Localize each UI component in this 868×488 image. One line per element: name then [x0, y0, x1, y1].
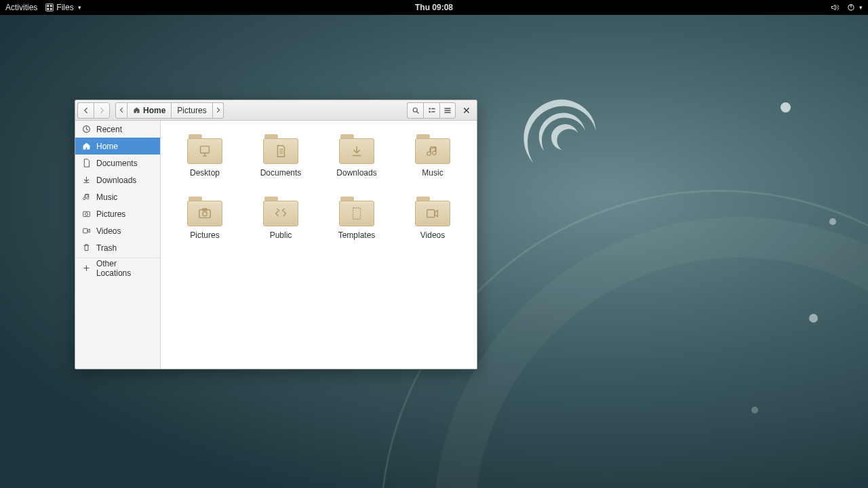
svg-rect-25 [427, 210, 435, 218]
forward-button[interactable] [94, 102, 110, 119]
sidebar-item-music[interactable]: Music [75, 188, 160, 205]
svg-rect-17 [83, 211, 90, 216]
sidebar-item-label: Pictures [96, 209, 125, 219]
clock[interactable]: Thu 09:08 [415, 3, 453, 12]
video-icon [82, 226, 91, 235]
folder-label: Downloads [336, 168, 376, 178]
sidebar-item-label: Music [96, 192, 117, 202]
sidebar-item-other-locations[interactable]: Other Locations [75, 260, 160, 277]
folder-icon [186, 195, 224, 228]
activities-button[interactable]: Activities [5, 3, 37, 12]
folder-music[interactable]: Music [397, 130, 469, 180]
app-menu-button[interactable]: Files ▾ [45, 3, 81, 12]
home-icon [82, 142, 91, 150]
folder-pictures[interactable]: Pictures [169, 192, 241, 243]
sidebar-item-documents[interactable]: Documents [75, 155, 160, 171]
top-panel: Activities Files ▾ Thu 09:08 ▾ [0, 0, 868, 15]
svg-rect-21 [199, 210, 211, 218]
folder-icon [414, 133, 452, 165]
svg-rect-14 [445, 110, 451, 111]
dropdown-arrow-icon: ▾ [78, 4, 81, 11]
trash-icon [82, 243, 91, 252]
back-button[interactable] [77, 102, 94, 119]
home-icon [133, 106, 140, 114]
search-button[interactable] [407, 102, 423, 119]
path-overflow-button[interactable] [213, 102, 224, 119]
plus-icon [82, 264, 91, 272]
sidebar-item-downloads[interactable]: Downloads [75, 171, 160, 188]
hamburger-menu-button[interactable] [439, 102, 456, 119]
svg-point-18 [85, 213, 87, 216]
view-options-button[interactable] [423, 102, 439, 119]
folder-label: Documents [260, 168, 302, 178]
svg-rect-24 [353, 208, 361, 220]
camera-icon [82, 209, 91, 218]
folder-documents[interactable]: Documents [245, 130, 317, 180]
search-icon [412, 106, 420, 115]
wallpaper-dot [809, 314, 818, 323]
path-segment-label: Home [143, 106, 165, 115]
folder-label: Public [270, 230, 292, 240]
close-icon: ✕ [462, 105, 471, 116]
folder-label: Pictures [190, 230, 219, 240]
volume-icon [831, 3, 839, 12]
sidebar-item-home[interactable]: Home [75, 138, 160, 155]
volume-indicator[interactable] [831, 3, 839, 12]
sidebar-item-label: Home [96, 142, 118, 151]
svg-rect-19 [83, 228, 88, 233]
svg-rect-9 [429, 108, 430, 109]
sidebar-item-trash[interactable]: Trash [75, 239, 160, 256]
folder-downloads[interactable]: Downloads [321, 130, 393, 180]
sidebar-item-videos[interactable]: Videos [75, 222, 160, 239]
svg-rect-4 [50, 8, 52, 10]
folder-templates[interactable]: Templates [321, 192, 393, 243]
folder-desktop[interactable]: Desktop [169, 130, 241, 180]
wallpaper-dot [829, 218, 836, 225]
folder-videos[interactable]: Videos [397, 192, 469, 243]
sidebar-item-label: Recent [96, 125, 122, 134]
folder-icon [338, 133, 376, 165]
path-segment-home[interactable]: Home [127, 102, 172, 119]
files-app-icon [45, 3, 54, 12]
chevron-right-icon [98, 106, 106, 115]
svg-rect-1 [47, 5, 50, 7]
sidebar-item-label: Trash [96, 243, 117, 253]
folder-label: Videos [420, 230, 445, 240]
debian-swirl-logo [509, 88, 604, 183]
svg-rect-20 [201, 146, 210, 153]
folder-icon [414, 195, 452, 228]
svg-point-7 [413, 108, 417, 112]
folder-icon [338, 195, 376, 228]
svg-rect-11 [429, 110, 430, 112]
svg-rect-10 [431, 108, 435, 109]
svg-line-8 [416, 111, 418, 113]
sidebar-item-label: Other Locations [96, 259, 153, 278]
hamburger-icon [443, 106, 452, 115]
chevron-left-icon [82, 106, 90, 115]
svg-rect-2 [50, 5, 52, 7]
sidebar: Recent Home Documents Downloads Music Pi… [75, 121, 161, 369]
sidebar-item-recent[interactable]: Recent [75, 121, 160, 138]
dropdown-arrow-icon: ▾ [859, 4, 863, 11]
files-window: Home Pictures ✕ Recent Home [75, 100, 477, 369]
clock-icon [82, 125, 91, 134]
content-area[interactable]: Desktop Documents Downloads Music Pictur… [161, 121, 477, 369]
svg-rect-15 [445, 112, 451, 113]
document-icon [82, 159, 91, 167]
folder-public[interactable]: Public [245, 192, 317, 243]
path-segment-pictures[interactable]: Pictures [172, 102, 212, 119]
headerbar: Home Pictures ✕ [75, 100, 477, 121]
folder-icon [186, 133, 224, 165]
folder-icon [262, 133, 300, 165]
svg-rect-3 [47, 8, 50, 10]
sidebar-item-pictures[interactable]: Pictures [75, 205, 160, 222]
path-history-button[interactable] [115, 102, 127, 119]
svg-rect-12 [431, 111, 435, 113]
chevron-left-icon [118, 106, 125, 114]
path-bar: Home Pictures [115, 102, 224, 119]
system-menu[interactable]: ▾ [847, 3, 863, 12]
view-list-icon [428, 106, 436, 115]
svg-point-22 [203, 211, 207, 216]
close-button[interactable]: ✕ [458, 102, 475, 119]
download-icon [82, 176, 91, 184]
